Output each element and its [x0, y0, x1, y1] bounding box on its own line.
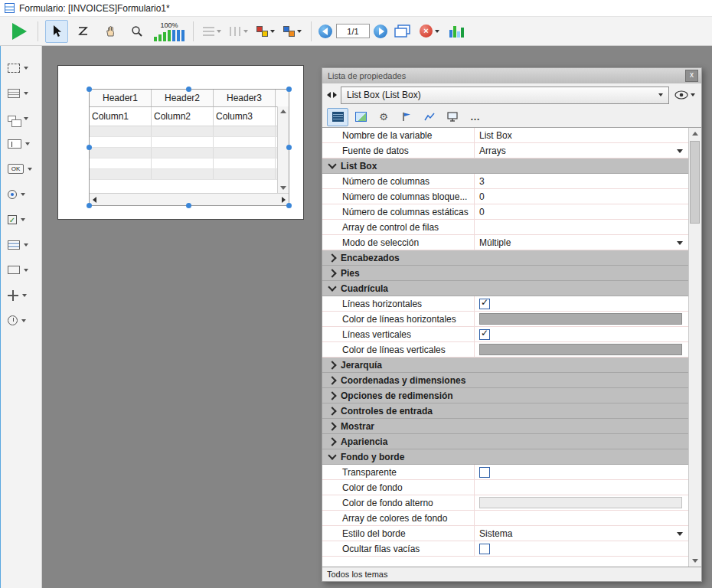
panel-scrollbar[interactable] [688, 128, 701, 567]
dropdown-arrow-icon[interactable] [677, 241, 683, 245]
section-mostrar[interactable]: Mostrar [322, 419, 688, 434]
selection-handle[interactable] [286, 145, 292, 150]
theme-display-button[interactable] [442, 108, 463, 126]
execute-form-button[interactable] [8, 20, 31, 43]
radio-button-tool[interactable] [6, 185, 38, 204]
property-value[interactable] [475, 342, 688, 357]
section-controles-de-entrada[interactable]: Controles de entrada [322, 403, 688, 419]
listbox-empty-row[interactable] [90, 158, 277, 169]
section-opciones-de-redimensi-n[interactable]: Opciones de redimensión [322, 388, 688, 403]
list-box-tool-dropdown-icon[interactable] [24, 243, 28, 247]
rectangle-tool[interactable] [6, 260, 38, 279]
scroll-up-icon[interactable] [278, 106, 289, 116]
property-value[interactable]: 0 [475, 189, 688, 204]
static-text-tool[interactable] [6, 83, 38, 103]
section-fondo-y-borde[interactable]: Fondo y borde [322, 449, 688, 465]
hand-tool-button[interactable] [99, 20, 122, 43]
marquee-tool[interactable] [6, 58, 38, 77]
checkbox[interactable] [479, 299, 490, 309]
marquee-tool-dropdown-icon[interactable] [24, 67, 28, 70]
property-value[interactable] [475, 296, 688, 311]
property-value[interactable]: Sistema [475, 526, 688, 541]
entry-order-tool-button[interactable] [72, 20, 95, 43]
color-swatch[interactable] [479, 497, 682, 508]
previous-page-button[interactable] [318, 24, 332, 38]
next-object-icon[interactable] [333, 92, 337, 98]
close-icon[interactable] [685, 70, 698, 82]
selection-handle[interactable] [87, 203, 92, 208]
listbox-header-cell[interactable]: Header2 [152, 90, 214, 106]
section-encabezados[interactable]: Encabezados [322, 250, 688, 266]
listbox-empty-row[interactable] [90, 126, 277, 137]
theme-properties-button[interactable] [327, 108, 348, 126]
view-options-button[interactable] [673, 89, 697, 101]
theme-picture-button[interactable] [350, 108, 371, 126]
more-themes-button[interactable] [465, 108, 486, 126]
section-coordenadas-y-dimensiones[interactable]: Coordenadas y dimensiones [322, 373, 688, 388]
input-field-tool-dropdown-icon[interactable] [25, 142, 30, 145]
property-value[interactable]: List Box [475, 128, 688, 142]
dropdown-arrow-icon[interactable] [677, 532, 683, 536]
scroll-down-icon[interactable] [278, 183, 289, 193]
object-selector-dropdown[interactable]: List Box (List Box) [341, 87, 669, 104]
listbox-empty-row[interactable] [90, 169, 277, 180]
selection-handle[interactable] [87, 87, 92, 92]
selection-handle[interactable] [186, 203, 191, 208]
property-value[interactable] [475, 465, 688, 479]
form-page[interactable]: Header1Header2Header3 Column1Column2Colu… [57, 65, 304, 220]
listbox-cell[interactable]: Column1 [90, 107, 152, 126]
theme-settings-button[interactable] [373, 108, 394, 126]
listbox-cell[interactable]: Column3 [214, 107, 276, 126]
section-jerarqu-a[interactable]: Jerarquía [322, 358, 688, 373]
theme-events-button[interactable] [396, 108, 417, 126]
zoom-bars-icon[interactable] [154, 29, 185, 41]
listbox-header-cell[interactable]: Header1 [90, 90, 152, 106]
checkbox[interactable] [479, 329, 490, 340]
radio-button-tool-dropdown-icon[interactable] [21, 193, 25, 196]
property-value[interactable] [475, 495, 688, 510]
scroll-down-icon[interactable] [689, 555, 701, 567]
form-pages-button[interactable] [391, 20, 414, 43]
selection-handle[interactable] [286, 203, 292, 208]
scrollbar-thumb[interactable] [690, 141, 700, 224]
button-tool[interactable]: OK [6, 159, 38, 178]
pointer-tool-button[interactable] [45, 20, 68, 43]
zoom-tool-button[interactable] [126, 20, 149, 43]
listbox-empty-row[interactable] [90, 137, 277, 148]
checkbox-tool[interactable] [6, 210, 38, 229]
property-value[interactable]: Múltiple [475, 235, 688, 250]
checkbox[interactable] [479, 467, 490, 478]
listbox-empty-row[interactable] [90, 148, 277, 158]
oval-tool[interactable] [6, 311, 38, 330]
theme-action-button[interactable] [419, 108, 440, 126]
splitter-tool[interactable] [6, 286, 38, 305]
section-pies[interactable]: Pies [322, 266, 688, 281]
list-box-tool[interactable] [6, 235, 38, 254]
property-value[interactable] [475, 312, 688, 326]
dropdown-arrow-icon[interactable] [677, 149, 683, 153]
splitter-tool-dropdown-icon[interactable] [22, 294, 27, 297]
checkbox[interactable] [479, 544, 490, 554]
checkbox-tool-dropdown-icon[interactable] [21, 218, 25, 221]
property-value[interactable] [475, 327, 688, 341]
button-tool-dropdown-icon[interactable] [28, 168, 32, 171]
section-cuadr-cula[interactable]: Cuadrícula [322, 281, 688, 296]
oval-tool-dropdown-icon[interactable] [21, 319, 26, 322]
next-page-button[interactable] [374, 24, 387, 38]
property-value[interactable]: Arrays [475, 143, 688, 158]
zoom-level-control[interactable]: 100% [154, 18, 185, 44]
scroll-left-icon[interactable] [93, 197, 96, 203]
group-box-tool[interactable] [6, 109, 38, 128]
section-list-box[interactable]: List Box [322, 158, 688, 174]
property-value[interactable] [475, 511, 688, 525]
listbox-vertical-scrollbar[interactable] [277, 106, 289, 193]
property-value[interactable]: 3 [475, 174, 688, 188]
selection-handle[interactable] [186, 87, 191, 92]
distribute-objects-button[interactable] [227, 20, 250, 43]
color-swatch[interactable] [479, 344, 682, 355]
property-value[interactable] [475, 480, 688, 495]
stop-button[interactable] [418, 20, 441, 43]
property-list-titlebar[interactable]: Lista de propiedades [322, 68, 701, 83]
input-field-tool[interactable] [6, 134, 38, 153]
property-value[interactable] [475, 220, 688, 234]
